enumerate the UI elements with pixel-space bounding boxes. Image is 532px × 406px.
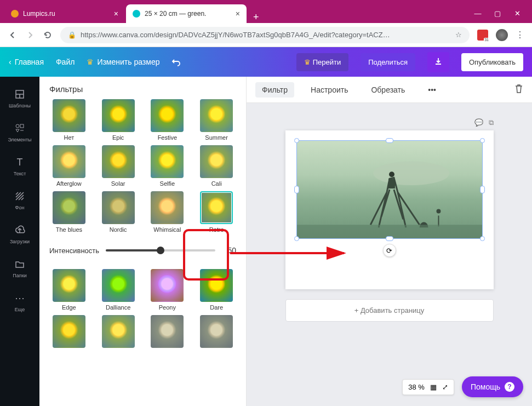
duplicate-icon[interactable]: ⧉: [489, 118, 494, 127]
context-filter-button[interactable]: Фильтр: [255, 82, 294, 98]
sidebar-item-more[interactable]: ⋯Еще: [0, 286, 39, 318]
sidebar-item-text[interactable]: TТекст: [0, 150, 39, 182]
sidebar-item-background[interactable]: Фон: [0, 184, 39, 216]
filter-item-solar[interactable]: Solar: [95, 145, 141, 187]
filter-item-edge[interactable]: Edge: [46, 269, 92, 311]
filter-item-partial[interactable]: [46, 315, 92, 350]
filter-thumbnail: [53, 191, 85, 224]
new-tab-button[interactable]: +: [248, 12, 265, 23]
close-icon[interactable]: ×: [236, 9, 240, 18]
filter-item-whimsical[interactable]: Whimsical: [145, 191, 191, 233]
comment-icon[interactable]: 💬: [474, 118, 483, 127]
resize-handle[interactable]: [294, 186, 299, 193]
filter-thumbnail: [102, 315, 135, 348]
chevron-left-icon: ‹: [9, 58, 12, 66]
extension-icon[interactable]: 31: [477, 30, 488, 41]
download-button[interactable]: [427, 52, 449, 72]
resize-handle[interactable]: [386, 138, 393, 143]
profile-avatar[interactable]: [496, 29, 508, 41]
sidebar-item-elements[interactable]: Элементы: [0, 116, 39, 148]
filter-item-epic[interactable]: Epic: [95, 99, 141, 141]
resize-handle[interactable]: [480, 236, 485, 241]
filter-thumbnail: [200, 99, 233, 132]
resize-handle[interactable]: [294, 236, 299, 241]
intensity-slider[interactable]: [106, 249, 215, 251]
minimize-button[interactable]: —: [473, 9, 483, 18]
filter-item-festive[interactable]: Festive: [145, 99, 191, 141]
selection-box[interactable]: ⟳: [296, 140, 483, 239]
back-button[interactable]: [8, 30, 18, 40]
browser-tab-canva[interactable]: 25 × 20 cm — green. ×: [126, 4, 247, 23]
filter-scroll[interactable]: НетEpicFestiveSummerAfterglowSolarSelfie…: [39, 99, 246, 406]
sidebar-item-uploads[interactable]: Загрузки: [0, 218, 39, 250]
filter-item-the-blues[interactable]: The blues: [46, 191, 92, 233]
filter-item-peony[interactable]: Peony: [145, 269, 191, 311]
filter-item-dare[interactable]: Dare: [193, 269, 239, 311]
sidebar-item-folders[interactable]: Папки: [0, 252, 39, 284]
reload-button[interactable]: [43, 30, 53, 40]
resize-handle[interactable]: [294, 138, 299, 143]
close-icon[interactable]: ×: [114, 9, 118, 18]
filter-item-summer[interactable]: Summer: [193, 99, 239, 141]
filter-item-selfie[interactable]: Selfie: [145, 145, 191, 187]
canvas-page[interactable]: ⟳: [285, 130, 494, 289]
slider-handle[interactable]: [157, 247, 164, 254]
text-icon: T: [13, 156, 26, 169]
filter-thumbnail: [102, 269, 135, 302]
filter-item-partial[interactable]: [145, 315, 191, 350]
tab-favicon: [11, 10, 19, 18]
home-button[interactable]: ‹Главная: [9, 58, 44, 66]
folder-icon: [13, 258, 26, 271]
filter-item-retro[interactable]: Retro: [193, 191, 239, 233]
filter-thumbnail: [151, 315, 184, 348]
forward-button[interactable]: [25, 30, 35, 40]
filter-item-cali[interactable]: Cali: [193, 145, 239, 187]
add-page-button[interactable]: + Добавить страницу: [285, 299, 494, 322]
uploads-icon: [13, 224, 26, 237]
zoom-control[interactable]: 38 % ▦ ⤢: [402, 379, 454, 395]
filter-label: Cali: [211, 180, 222, 187]
selected-image[interactable]: [297, 141, 482, 238]
resize-button[interactable]: ♛Изменить размер: [87, 58, 159, 66]
filter-item-afterglow[interactable]: Afterglow: [46, 145, 92, 187]
filter-item-нет[interactable]: Нет: [46, 99, 92, 141]
filter-label: Whimsical: [153, 226, 181, 233]
filter-label: Retro: [209, 226, 224, 233]
close-window-button[interactable]: ✕: [512, 9, 522, 18]
resize-handle[interactable]: [480, 186, 485, 193]
context-more-button[interactable]: •••: [421, 82, 443, 98]
help-button[interactable]: Помощь?: [462, 376, 523, 397]
crown-icon: ♛: [87, 58, 94, 66]
browser-menu-button[interactable]: ⋮: [516, 30, 524, 40]
context-crop-button[interactable]: Обрезать: [364, 82, 411, 98]
filter-item-nordic[interactable]: Nordic: [95, 191, 141, 233]
grid-view-icon[interactable]: ▦: [430, 383, 437, 391]
maximize-button[interactable]: ▢: [493, 9, 502, 18]
fullscreen-icon[interactable]: ⤢: [442, 383, 448, 391]
upgrade-button[interactable]: ♛ Перейти: [296, 53, 348, 71]
filter-thumbnail: [53, 269, 85, 302]
publish-button[interactable]: Опубликовать: [461, 53, 523, 71]
star-icon[interactable]: ☆: [455, 31, 462, 39]
delete-button[interactable]: [514, 84, 523, 96]
browser-tab-lumpics[interactable]: Lumpics.ru ×: [4, 4, 125, 23]
filter-item-partial[interactable]: [95, 315, 141, 350]
filter-thumbnail: [200, 269, 233, 302]
bottom-controls: 38 % ▦ ⤢ Помощь?: [402, 376, 523, 397]
filter-label: Dalliance: [106, 304, 130, 311]
resize-handle[interactable]: [386, 236, 393, 241]
filter-thumbnail: [151, 191, 184, 224]
address-bar[interactable]: 🔒 https://www.canva.com/design/DADVcAZ5j…: [60, 27, 470, 43]
context-adjust-button[interactable]: Настроить: [304, 82, 354, 98]
share-button[interactable]: Поделиться: [361, 53, 415, 71]
help-icon: ?: [505, 382, 514, 392]
canvas-scroll[interactable]: 💬 ⧉: [247, 103, 532, 406]
resize-handle[interactable]: [480, 138, 485, 143]
sidebar-item-templates[interactable]: Шаблоны: [0, 82, 39, 114]
undo-button[interactable]: [171, 57, 181, 67]
filter-thumbnail: [53, 315, 85, 348]
file-menu[interactable]: Файл: [56, 58, 75, 66]
filter-item-partial[interactable]: [193, 315, 239, 350]
filter-item-dalliance[interactable]: Dalliance: [95, 269, 141, 311]
rotate-handle[interactable]: ⟳: [383, 244, 396, 257]
